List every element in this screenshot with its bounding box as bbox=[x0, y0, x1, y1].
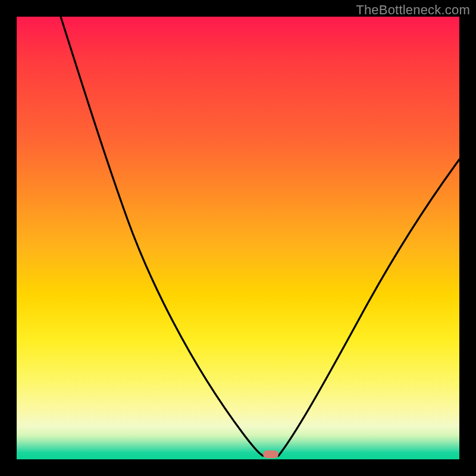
curve-path bbox=[61, 17, 459, 456]
valley-marker bbox=[263, 450, 278, 458]
plot-area bbox=[17, 17, 459, 459]
chart-frame: TheBottleneck.com bbox=[0, 0, 476, 476]
watermark-text: TheBottleneck.com bbox=[356, 2, 470, 18]
bottleneck-curve bbox=[17, 17, 459, 459]
